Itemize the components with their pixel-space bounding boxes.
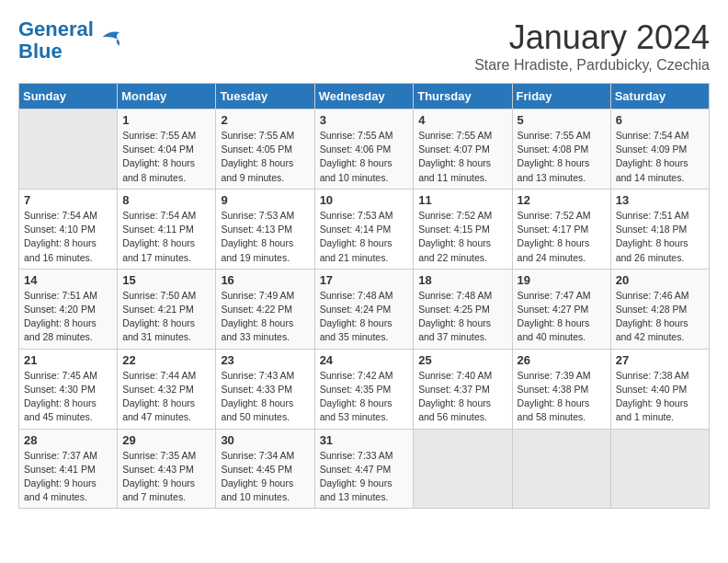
day-info: Sunrise: 7:54 AM Sunset: 4:11 PM Dayligh… — [122, 209, 210, 265]
day-info: Sunrise: 7:47 AM Sunset: 4:27 PM Dayligh… — [518, 289, 606, 345]
day-info: Sunrise: 7:33 AM Sunset: 4:47 PM Dayligh… — [320, 449, 409, 505]
calendar-cell: 31Sunrise: 7:33 AM Sunset: 4:47 PM Dayli… — [314, 429, 414, 509]
calendar-cell — [610, 429, 709, 509]
calendar-cell: 7Sunrise: 7:54 AM Sunset: 4:10 PM Daylig… — [19, 189, 118, 269]
day-info: Sunrise: 7:39 AM Sunset: 4:38 PM Dayligh… — [518, 369, 606, 425]
day-number: 16 — [221, 273, 309, 287]
day-info: Sunrise: 7:44 AM Sunset: 4:32 PM Dayligh… — [122, 369, 210, 425]
day-number: 23 — [221, 353, 309, 367]
calendar-cell: 14Sunrise: 7:51 AM Sunset: 4:20 PM Dayli… — [19, 269, 118, 349]
day-info: Sunrise: 7:49 AM Sunset: 4:22 PM Dayligh… — [221, 289, 309, 345]
day-number: 10 — [320, 193, 409, 207]
day-number: 21 — [24, 353, 112, 367]
day-number: 14 — [24, 273, 112, 287]
logo-text: General Blue — [18, 18, 94, 63]
calendar-week-row: 28Sunrise: 7:37 AM Sunset: 4:41 PM Dayli… — [19, 429, 710, 509]
day-number: 30 — [221, 433, 309, 447]
day-info: Sunrise: 7:55 AM Sunset: 4:05 PM Dayligh… — [221, 129, 309, 185]
calendar-table: SundayMondayTuesdayWednesdayThursdayFrid… — [18, 83, 710, 509]
calendar-week-row: 1Sunrise: 7:55 AM Sunset: 4:04 PM Daylig… — [19, 109, 710, 190]
calendar-cell: 15Sunrise: 7:50 AM Sunset: 4:21 PM Dayli… — [118, 269, 216, 349]
weekday-header-sunday: Sunday — [19, 84, 118, 109]
calendar-cell — [19, 109, 118, 190]
day-number: 25 — [418, 353, 506, 367]
weekday-header-thursday: Thursday — [414, 84, 512, 109]
calendar-week-row: 21Sunrise: 7:45 AM Sunset: 4:30 PM Dayli… — [19, 349, 710, 429]
logo: General Blue — [18, 18, 123, 63]
day-number: 17 — [320, 273, 409, 287]
day-info: Sunrise: 7:53 AM Sunset: 4:13 PM Dayligh… — [221, 209, 309, 265]
calendar-cell: 9Sunrise: 7:53 AM Sunset: 4:13 PM Daylig… — [216, 189, 314, 269]
calendar-cell: 18Sunrise: 7:48 AM Sunset: 4:25 PM Dayli… — [414, 269, 512, 349]
calendar-cell: 25Sunrise: 7:40 AM Sunset: 4:37 PM Dayli… — [414, 349, 512, 429]
calendar-cell: 23Sunrise: 7:43 AM Sunset: 4:33 PM Dayli… — [216, 349, 314, 429]
calendar-cell: 5Sunrise: 7:55 AM Sunset: 4:08 PM Daylig… — [512, 109, 610, 190]
day-number: 3 — [320, 113, 409, 127]
weekday-header-saturday: Saturday — [610, 84, 709, 109]
calendar-week-row: 14Sunrise: 7:51 AM Sunset: 4:20 PM Dayli… — [19, 269, 710, 349]
day-number: 8 — [122, 193, 210, 207]
day-number: 29 — [122, 433, 210, 447]
day-info: Sunrise: 7:52 AM Sunset: 4:17 PM Dayligh… — [518, 209, 606, 265]
day-info: Sunrise: 7:37 AM Sunset: 4:41 PM Dayligh… — [24, 449, 112, 505]
day-number: 18 — [418, 273, 506, 287]
calendar-cell: 16Sunrise: 7:49 AM Sunset: 4:22 PM Dayli… — [216, 269, 314, 349]
day-info: Sunrise: 7:53 AM Sunset: 4:14 PM Dayligh… — [320, 209, 409, 265]
calendar-week-row: 7Sunrise: 7:54 AM Sunset: 4:10 PM Daylig… — [19, 189, 710, 269]
day-number: 7 — [24, 193, 112, 207]
day-info: Sunrise: 7:35 AM Sunset: 4:43 PM Dayligh… — [122, 449, 210, 505]
day-info: Sunrise: 7:50 AM Sunset: 4:21 PM Dayligh… — [122, 289, 210, 345]
calendar-cell: 2Sunrise: 7:55 AM Sunset: 4:05 PM Daylig… — [216, 109, 314, 190]
day-number: 4 — [418, 113, 506, 127]
day-number: 2 — [221, 113, 309, 127]
day-number: 19 — [518, 273, 606, 287]
day-info: Sunrise: 7:48 AM Sunset: 4:25 PM Dayligh… — [418, 289, 506, 345]
day-number: 1 — [122, 113, 210, 127]
day-info: Sunrise: 7:55 AM Sunset: 4:06 PM Dayligh… — [320, 129, 409, 185]
day-number: 15 — [122, 273, 210, 287]
day-info: Sunrise: 7:55 AM Sunset: 4:07 PM Dayligh… — [418, 129, 506, 185]
day-info: Sunrise: 7:34 AM Sunset: 4:45 PM Dayligh… — [221, 449, 309, 505]
day-info: Sunrise: 7:42 AM Sunset: 4:35 PM Dayligh… — [320, 369, 409, 425]
calendar-cell: 28Sunrise: 7:37 AM Sunset: 4:41 PM Dayli… — [19, 429, 118, 509]
calendar-cell: 3Sunrise: 7:55 AM Sunset: 4:06 PM Daylig… — [314, 109, 414, 190]
weekday-header-wednesday: Wednesday — [314, 84, 414, 109]
day-info: Sunrise: 7:51 AM Sunset: 4:20 PM Dayligh… — [24, 289, 112, 345]
day-number: 31 — [320, 433, 409, 447]
calendar-cell: 6Sunrise: 7:54 AM Sunset: 4:09 PM Daylig… — [610, 109, 709, 190]
logo-line2: Blue — [18, 40, 63, 63]
day-info: Sunrise: 7:52 AM Sunset: 4:15 PM Dayligh… — [418, 209, 506, 265]
calendar-cell — [414, 429, 512, 509]
month-title: January 2024 — [474, 18, 710, 57]
day-info: Sunrise: 7:54 AM Sunset: 4:09 PM Dayligh… — [616, 129, 704, 185]
day-number: 24 — [320, 353, 409, 367]
calendar-cell — [512, 429, 610, 509]
day-number: 28 — [24, 433, 112, 447]
calendar-cell: 27Sunrise: 7:38 AM Sunset: 4:40 PM Dayli… — [610, 349, 709, 429]
day-number: 5 — [518, 113, 606, 127]
calendar-cell: 13Sunrise: 7:51 AM Sunset: 4:18 PM Dayli… — [610, 189, 709, 269]
day-number: 26 — [518, 353, 606, 367]
calendar-cell: 29Sunrise: 7:35 AM Sunset: 4:43 PM Dayli… — [118, 429, 216, 509]
day-info: Sunrise: 7:55 AM Sunset: 4:08 PM Dayligh… — [518, 129, 606, 185]
calendar-cell: 10Sunrise: 7:53 AM Sunset: 4:14 PM Dayli… — [314, 189, 414, 269]
day-number: 9 — [221, 193, 309, 207]
day-number: 27 — [616, 353, 704, 367]
day-info: Sunrise: 7:46 AM Sunset: 4:28 PM Dayligh… — [616, 289, 704, 345]
day-info: Sunrise: 7:43 AM Sunset: 4:33 PM Dayligh… — [221, 369, 309, 425]
logo-bird-icon — [96, 27, 123, 54]
day-number: 13 — [616, 193, 704, 207]
day-number: 12 — [518, 193, 606, 207]
day-info: Sunrise: 7:51 AM Sunset: 4:18 PM Dayligh… — [616, 209, 704, 265]
calendar-cell: 22Sunrise: 7:44 AM Sunset: 4:32 PM Dayli… — [118, 349, 216, 429]
day-info: Sunrise: 7:48 AM Sunset: 4:24 PM Dayligh… — [320, 289, 409, 345]
calendar-cell: 26Sunrise: 7:39 AM Sunset: 4:38 PM Dayli… — [512, 349, 610, 429]
weekday-header-monday: Monday — [118, 84, 216, 109]
logo-line1: General — [18, 17, 94, 40]
calendar-cell: 20Sunrise: 7:46 AM Sunset: 4:28 PM Dayli… — [610, 269, 709, 349]
calendar-cell: 24Sunrise: 7:42 AM Sunset: 4:35 PM Dayli… — [314, 349, 414, 429]
day-number: 22 — [122, 353, 210, 367]
weekday-header-friday: Friday — [512, 84, 610, 109]
weekday-header-row: SundayMondayTuesdayWednesdayThursdayFrid… — [19, 84, 710, 109]
calendar-cell: 21Sunrise: 7:45 AM Sunset: 4:30 PM Dayli… — [19, 349, 118, 429]
